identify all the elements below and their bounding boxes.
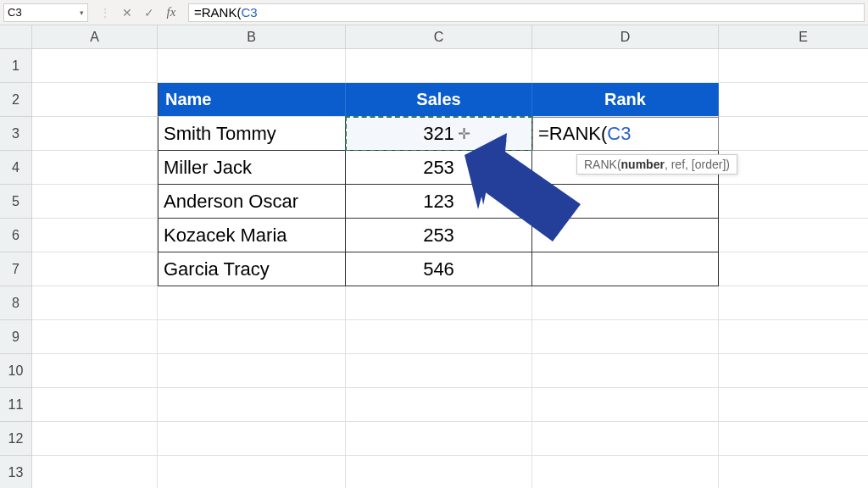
cell[interactable] <box>719 320 868 354</box>
cell[interactable] <box>532 185 719 219</box>
col-header-b[interactable]: B <box>158 25 346 49</box>
cell-pointer-icon: ✛ <box>458 125 470 143</box>
cell[interactable] <box>719 456 868 488</box>
cell[interactable] <box>158 456 346 488</box>
row-header[interactable]: 4 <box>0 151 32 185</box>
row-header[interactable]: 5 <box>0 185 32 219</box>
cell[interactable] <box>719 49 868 83</box>
data-sales[interactable]: 253 <box>346 219 532 252</box>
cell[interactable] <box>532 320 719 354</box>
col-header-d[interactable]: D <box>532 25 719 49</box>
cell[interactable] <box>719 83 868 117</box>
row-header[interactable]: 9 <box>0 320 32 354</box>
header-sales[interactable]: Sales <box>346 83 532 117</box>
header-rank[interactable]: Rank <box>532 83 719 117</box>
cell[interactable] <box>158 286 346 320</box>
data-sales[interactable]: 253 <box>346 151 532 185</box>
formula-bar-icons: ⋮ ✕ ✓ fx <box>98 5 178 19</box>
cell-value: 321 <box>423 123 454 145</box>
cell[interactable] <box>532 252 719 286</box>
cell[interactable] <box>719 388 868 422</box>
row-header[interactable]: 10 <box>0 354 32 388</box>
data-name[interactable]: Anderson Oscar <box>158 185 346 219</box>
row-header[interactable]: 12 <box>0 422 32 456</box>
data-name[interactable]: Miller Jack <box>158 151 346 185</box>
cell[interactable] <box>346 320 532 354</box>
cell[interactable] <box>532 422 719 456</box>
cell[interactable] <box>32 252 158 286</box>
cell[interactable] <box>532 388 719 422</box>
cell[interactable] <box>158 49 346 83</box>
data-name[interactable]: Smith Tommy <box>158 117 346 151</box>
row-header[interactable]: 6 <box>0 219 32 252</box>
cell[interactable] <box>346 456 532 488</box>
cell[interactable] <box>32 354 158 388</box>
cell[interactable] <box>719 354 868 388</box>
cell[interactable] <box>32 83 158 117</box>
separator-icon: ⋮ <box>98 6 112 19</box>
data-sales[interactable]: 546 <box>346 252 532 286</box>
cell[interactable] <box>32 422 158 456</box>
data-name[interactable]: Kozacek Maria <box>158 219 346 252</box>
cell[interactable] <box>158 320 346 354</box>
cell[interactable] <box>32 49 158 83</box>
cell[interactable] <box>158 422 346 456</box>
cell[interactable] <box>532 49 719 83</box>
row-header[interactable]: 11 <box>0 388 32 422</box>
cell[interactable] <box>32 219 158 252</box>
cell[interactable] <box>158 388 346 422</box>
cell[interactable] <box>719 422 868 456</box>
cell[interactable] <box>32 456 158 488</box>
cell-d3-editing[interactable]: =RANK(C3 <box>532 117 719 151</box>
cell[interactable] <box>719 151 868 185</box>
col-header-e[interactable]: E <box>719 25 868 49</box>
cell[interactable] <box>32 117 158 151</box>
cell[interactable] <box>719 219 868 252</box>
cell[interactable] <box>32 320 158 354</box>
cancel-icon[interactable]: ✕ <box>120 6 134 19</box>
cell[interactable] <box>719 117 868 151</box>
cell[interactable] <box>32 185 158 219</box>
cell[interactable] <box>346 49 532 83</box>
row-header[interactable]: 7 <box>0 252 32 286</box>
col-header-c[interactable]: C <box>346 25 532 49</box>
cell[interactable] <box>346 286 532 320</box>
cell[interactable] <box>532 354 719 388</box>
cell[interactable] <box>158 354 346 388</box>
cell[interactable] <box>346 422 532 456</box>
cell[interactable] <box>32 286 158 320</box>
cell-c3-selected[interactable]: 321 ✛ <box>346 117 532 151</box>
row-header[interactable]: 13 <box>0 456 32 488</box>
editing-ref: C3 <box>607 123 631 145</box>
cell[interactable] <box>719 185 868 219</box>
data-name[interactable]: Garcia Tracy <box>158 252 346 286</box>
tooltip-highlight: number <box>621 158 665 171</box>
formula-input[interactable]: =RANK(C3 <box>188 3 865 22</box>
select-all-corner[interactable] <box>0 25 32 49</box>
editing-prefix: =RANK( <box>538 123 607 145</box>
tooltip-rest: , ref, [order]) <box>665 158 730 171</box>
cell[interactable] <box>532 286 719 320</box>
header-name[interactable]: Name <box>158 83 346 117</box>
fx-icon[interactable]: fx <box>164 5 178 19</box>
cell[interactable] <box>32 388 158 422</box>
cell[interactable] <box>719 252 868 286</box>
cell[interactable] <box>32 151 158 185</box>
col-header-a[interactable]: A <box>32 25 158 49</box>
name-box-value: C3 <box>8 6 22 19</box>
cell[interactable] <box>532 456 719 488</box>
cell[interactable] <box>346 388 532 422</box>
row-header[interactable]: 2 <box>0 83 32 117</box>
row-headers: 1 2 3 4 5 6 7 8 9 10 11 12 13 <box>0 49 32 488</box>
spreadsheet-grid: A B C D E 1 2 3 4 5 6 7 8 9 10 11 12 13 … <box>0 25 868 488</box>
cell[interactable] <box>346 354 532 388</box>
cell[interactable] <box>532 219 719 252</box>
row-header[interactable]: 8 <box>0 286 32 320</box>
data-sales[interactable]: 123 <box>346 185 532 219</box>
row-header[interactable]: 3 <box>0 117 32 151</box>
dropdown-icon[interactable]: ▾ <box>80 8 84 17</box>
cell[interactable] <box>719 286 868 320</box>
row-header[interactable]: 1 <box>0 49 32 83</box>
enter-icon[interactable]: ✓ <box>142 6 156 19</box>
name-box[interactable]: C3 ▾ <box>3 3 88 22</box>
